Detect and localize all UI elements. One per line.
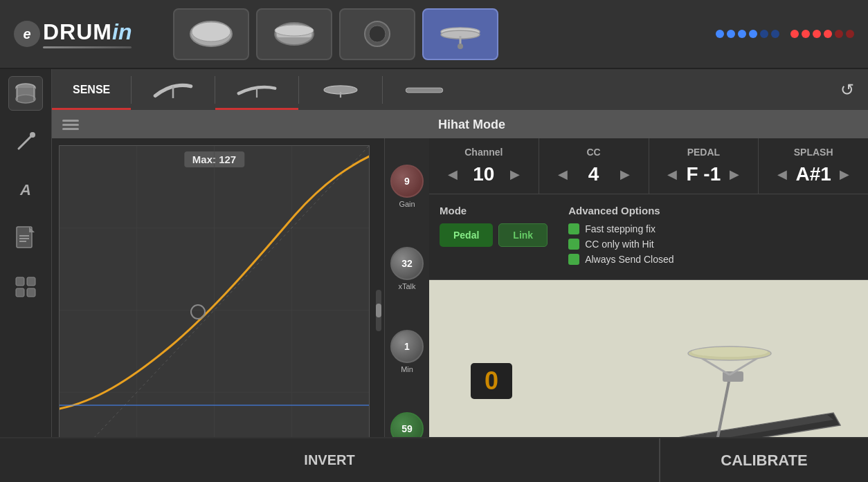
pedal-arrow-left[interactable]: ◀ <box>667 167 677 182</box>
midi-indicators <box>716 30 854 38</box>
pad-hihat-icon <box>436 17 485 51</box>
channel-control: Channel ◀ 10 ▶ <box>429 138 539 194</box>
logo-text: DRUMin <box>43 19 132 48</box>
cc-control: CC ◀ 4 ▶ <box>539 138 649 194</box>
curve-canvas: Max: 127 <box>59 145 370 475</box>
tab-sense-label: SENSE <box>73 84 110 96</box>
gain-knob-container: 9 Gain <box>390 165 424 208</box>
tab-5-icon <box>404 77 445 102</box>
cc-arrow-right[interactable]: ▶ <box>620 167 630 182</box>
pad-hihat[interactable] <box>422 8 498 60</box>
splash-arrow-right[interactable]: ▶ <box>840 167 849 182</box>
midi-in-dot-2 <box>727 30 735 38</box>
pedal-mode-button[interactable]: Pedal <box>440 223 493 247</box>
pdf-icon <box>15 226 37 251</box>
top-bar: e DRUMin <box>0 0 868 69</box>
tab-4-svg <box>320 77 361 102</box>
menu-line-1 <box>62 120 79 122</box>
cc-only-hit-option: CC only with Hit <box>568 239 858 250</box>
drum-icon <box>13 81 38 106</box>
xtalk-knob-container: 32 xTalk <box>390 247 424 290</box>
min-knob-container: 1 Min <box>390 330 424 373</box>
tabs-row: SENSE <box>52 69 868 111</box>
cc-label: CC <box>546 147 642 158</box>
pad-snare-side[interactable] <box>256 8 332 60</box>
svg-point-39 <box>191 305 205 319</box>
always-closed-label: Always Send Closed <box>585 254 673 265</box>
sidebar-item-drum[interactable] <box>8 76 43 111</box>
splash-arrow-left[interactable]: ◀ <box>777 167 787 182</box>
svg-rect-24 <box>27 277 35 286</box>
cc-row: ◀ 4 ▶ <box>546 163 642 185</box>
sidebar-item-grid[interactable] <box>8 270 43 304</box>
midi-out-dot-3 <box>813 30 821 38</box>
midi-out-dot-4 <box>824 30 832 38</box>
tab-2[interactable] <box>132 69 215 110</box>
logo: e DRUMin <box>14 19 132 48</box>
splash-row: ◀ A#1 ▶ <box>766 163 861 185</box>
always-closed-checkbox[interactable] <box>568 254 579 265</box>
channel-arrow-right[interactable]: ▶ <box>510 167 520 182</box>
logo-underline <box>43 46 132 48</box>
channel-arrow-left[interactable]: ◀ <box>448 167 458 182</box>
svg-point-4 <box>275 25 314 36</box>
refresh-button[interactable]: ↺ <box>840 80 854 100</box>
cc-only-hit-checkbox[interactable] <box>568 239 579 250</box>
hihat-position-value: 0 <box>471 363 512 399</box>
tab-5[interactable] <box>383 69 466 110</box>
gain-knob[interactable]: 9 <box>390 165 424 198</box>
min-knob[interactable]: 1 <box>390 330 424 363</box>
tab-sense[interactable]: SENSE <box>52 69 131 110</box>
cc-value: 4 <box>573 163 615 185</box>
gain-label: Gain <box>399 200 415 208</box>
cc-arrow-left[interactable]: ◀ <box>558 167 568 182</box>
tab-3-svg <box>236 77 278 102</box>
tab-5-svg <box>404 77 445 102</box>
pad-buttons <box>173 8 498 60</box>
letter-a-icon: A <box>20 181 31 199</box>
svg-point-13 <box>16 95 35 103</box>
midi-out-dot-2 <box>802 30 810 38</box>
midi-in-dots <box>716 30 779 38</box>
min-label: Min <box>401 365 413 373</box>
pad-kick[interactable] <box>339 8 415 60</box>
calibrate-button[interactable]: CALIBRATE <box>660 438 868 482</box>
splash-label: SPLASH <box>766 147 861 158</box>
tab-4[interactable] <box>299 69 382 110</box>
midi-out-dots <box>790 30 854 38</box>
pad-snare-side-icon <box>270 17 318 51</box>
svg-point-17 <box>30 132 35 138</box>
xtalk-knob[interactable]: 32 <box>390 247 424 280</box>
pedal-label: PEDAL <box>656 147 752 158</box>
link-mode-button[interactable]: Link <box>498 223 548 247</box>
fast-stepping-checkbox[interactable] <box>568 223 579 234</box>
sidebar-item-pdf[interactable] <box>8 221 43 256</box>
logo-drum: DRUM <box>43 19 112 44</box>
midi-in-dot-6 <box>771 30 779 38</box>
menu-line-2 <box>62 124 79 126</box>
tab-2-icon <box>152 77 194 102</box>
tab-4-icon <box>320 77 361 102</box>
mode-menu-icon[interactable] <box>62 120 79 130</box>
midi-in-dot-3 <box>738 30 746 38</box>
tab-3[interactable] <box>215 69 298 110</box>
svg-rect-23 <box>16 277 24 286</box>
channel-label: Channel <box>436 147 532 158</box>
gain-value: 9 <box>404 176 410 187</box>
sidebar-item-letter-a[interactable]: A <box>8 173 43 207</box>
hihat-mode-title: Hihat Mode <box>86 118 858 132</box>
mode-section-label: Mode <box>440 205 548 216</box>
scroll-track[interactable] <box>376 290 381 331</box>
logo-e: e <box>14 21 40 47</box>
pad-snare-top[interactable] <box>173 8 249 60</box>
invert-button[interactable]: INVERT <box>0 438 660 482</box>
main-content: SENSE <box>52 69 868 482</box>
mode-bar: Hihat Mode <box>52 111 868 138</box>
pedal-arrow-right[interactable]: ▶ <box>730 167 739 182</box>
sidebar-item-stick[interactable] <box>8 124 43 159</box>
right-panel: Channel ◀ 10 ▶ CC ◀ 4 ▶ PEDA <box>429 138 868 482</box>
midi-out-dot-6 <box>846 30 854 38</box>
midi-in-dot-1 <box>716 30 724 38</box>
midi-out-dot-1 <box>790 30 799 38</box>
content-area: Max: 127 <box>52 138 868 482</box>
